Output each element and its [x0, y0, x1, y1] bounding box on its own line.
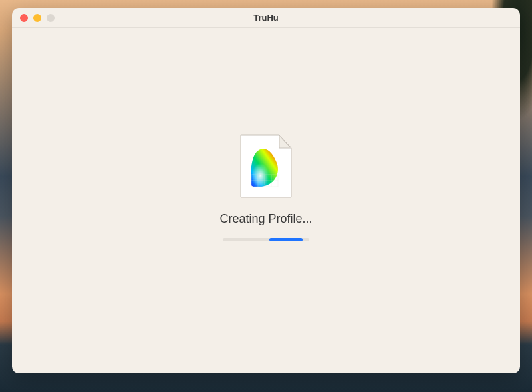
- app-window: TruHu: [12, 8, 520, 373]
- main-content: Creating Profile...: [12, 15, 520, 360]
- progress-bar: [223, 238, 309, 241]
- progress-fill: [269, 238, 302, 241]
- status-text: Creating Profile...: [219, 212, 312, 226]
- color-profile-file-icon: [237, 134, 295, 200]
